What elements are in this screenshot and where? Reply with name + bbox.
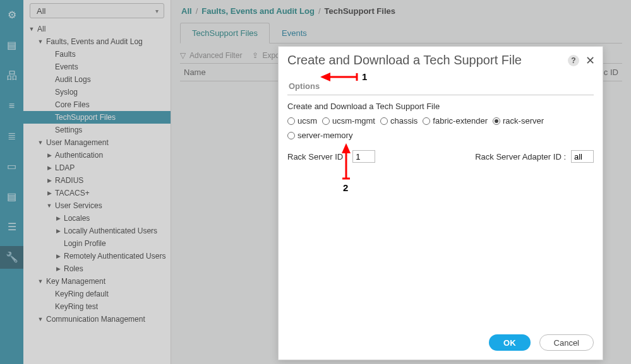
rack-adapter-id-field: Rack Server Adapter ID : [475, 150, 594, 163]
rack-adapter-id-input[interactable] [571, 150, 594, 163]
cancel-button[interactable]: Cancel [539, 334, 594, 351]
radio-chassis[interactable]: chassis [380, 116, 418, 126]
radio-ucsm[interactable]: ucsm [287, 116, 317, 126]
rack-server-id-label: Rack Server ID : [287, 152, 347, 161]
radio-server-memory[interactable]: server-memory [287, 131, 352, 140]
radio-group-type: ucsmucsm-mgmtchassisfabric-extenderrack-… [287, 116, 594, 140]
radio-label: rack-server [503, 116, 544, 126]
radio-icon [287, 117, 295, 125]
create-techsupport-modal: Create and Download a Tech Support File … [278, 46, 603, 360]
modal-subtitle: Create and Download a Tech Support File [287, 102, 594, 111]
radio-fabric-extender[interactable]: fabric-extender [423, 116, 488, 126]
modal-title: Create and Download a Tech Support File [287, 53, 522, 68]
radio-icon [493, 117, 500, 125]
radio-label: ucsm [297, 116, 317, 126]
help-button[interactable]: ? [568, 55, 579, 66]
radio-label: server-memory [297, 131, 352, 140]
radio-label: fabric-extender [433, 116, 488, 126]
modal-footer: OK Cancel [279, 328, 603, 360]
radio-ucsm-mgmt[interactable]: ucsm-mgmt [322, 116, 375, 126]
radio-label: ucsm-mgmt [332, 116, 375, 126]
radio-icon [423, 117, 430, 125]
rack-server-id-field: Rack Server ID : [287, 150, 375, 163]
ok-button[interactable]: OK [489, 334, 531, 351]
rack-adapter-id-label: Rack Server Adapter ID : [475, 152, 566, 161]
radio-icon [322, 117, 330, 125]
radio-icon [287, 132, 295, 139]
modal-header: Create and Download a Tech Support File … [279, 47, 603, 71]
options-tab[interactable]: Options [287, 78, 321, 95]
rack-server-id-input[interactable] [352, 150, 375, 163]
radio-icon [380, 117, 388, 125]
annotation-label-2: 2 [343, 182, 348, 193]
close-icon[interactable]: ✕ [586, 55, 595, 66]
radio-label: chassis [390, 116, 418, 126]
radio-rack-server[interactable]: rack-server [493, 116, 544, 126]
modal-body: Options Create and Download a Tech Suppo… [279, 71, 603, 328]
